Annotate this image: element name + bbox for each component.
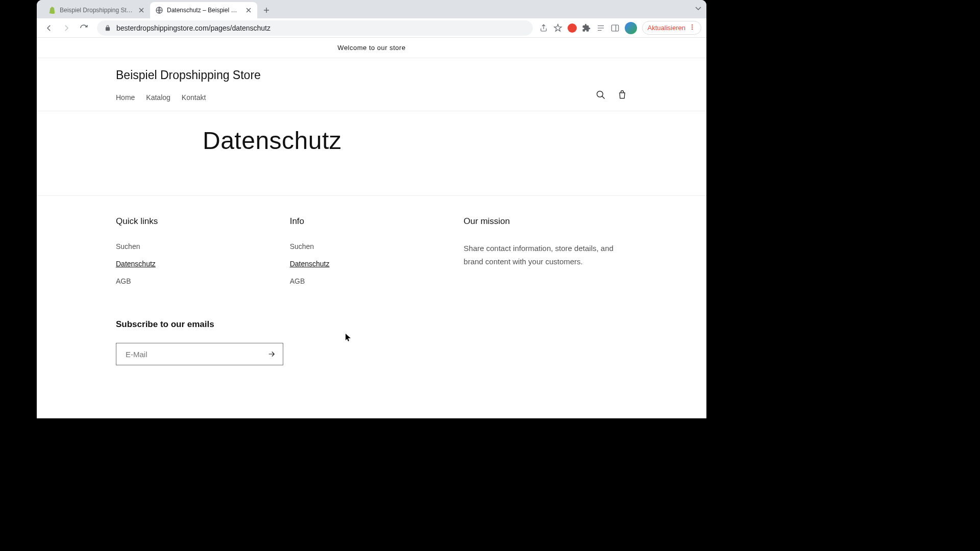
shopify-favicon-icon xyxy=(48,6,56,14)
close-icon[interactable] xyxy=(245,7,252,14)
forward-button[interactable] xyxy=(59,21,74,35)
profile-avatar[interactable] xyxy=(625,22,637,34)
extension-red-icon[interactable] xyxy=(568,23,577,33)
search-icon[interactable] xyxy=(596,90,606,100)
email-form xyxy=(116,343,283,365)
close-icon[interactable] xyxy=(138,7,145,14)
browser-window: Beispiel Dropshipping Store · F Datensch… xyxy=(37,0,706,418)
footer-col-quicklinks: Quick links Suchen Datenschutz AGB xyxy=(116,216,280,294)
back-button[interactable] xyxy=(42,21,56,35)
address-bar[interactable]: besterdropshippingstore.com/pages/datens… xyxy=(97,20,533,36)
update-button[interactable]: Aktualisieren xyxy=(642,21,701,35)
browser-tab-0[interactable]: Beispiel Dropshipping Store · F xyxy=(43,2,150,18)
new-tab-button[interactable] xyxy=(259,3,274,17)
svg-point-5 xyxy=(597,91,603,97)
reading-list-icon[interactable] xyxy=(596,23,605,33)
footer-link-datenschutz[interactable]: Datenschutz xyxy=(290,260,330,268)
main-content: Datenschutz xyxy=(37,111,706,195)
update-label: Aktualisieren xyxy=(648,24,685,32)
footer-heading: Info xyxy=(290,216,454,227)
bookmark-icon[interactable] xyxy=(553,23,562,33)
footer-link-suchen[interactable]: Suchen xyxy=(116,242,140,251)
announcement-text: Welcome to our store xyxy=(337,44,405,52)
scroll-area[interactable]: Welcome to our store Beispiel Dropshippi… xyxy=(37,38,706,418)
footer-link-datenschutz[interactable]: Datenschutz xyxy=(116,260,156,268)
chevron-down-icon[interactable] xyxy=(694,4,702,12)
site-header: Beispiel Dropshipping Store Home Katalog… xyxy=(37,58,706,111)
svg-point-3 xyxy=(692,27,693,28)
header-icons xyxy=(596,90,627,100)
share-icon[interactable] xyxy=(539,23,548,33)
lock-icon xyxy=(104,24,111,32)
subscribe-section: Subscribe to our emails xyxy=(37,319,706,396)
footer-links: Suchen Datenschutz AGB xyxy=(290,242,454,286)
footer-col-mission: Our mission Share contact information, s… xyxy=(463,216,627,294)
toolbar-right: Aktualisieren xyxy=(539,21,701,35)
globe-favicon-icon xyxy=(155,6,163,14)
tab-title: Beispiel Dropshipping Store · F xyxy=(60,7,134,14)
site-footer: Quick links Suchen Datenschutz AGB Info … xyxy=(37,195,706,319)
announcement-bar: Welcome to our store xyxy=(37,38,706,58)
store-logo[interactable]: Beispiel Dropshipping Store xyxy=(116,68,627,82)
menu-dots-icon xyxy=(689,23,696,32)
main-nav: Home Katalog Kontakt xyxy=(116,93,627,111)
email-input[interactable] xyxy=(116,343,260,365)
mission-text: Share contact information, store details… xyxy=(463,242,627,268)
page-content: Welcome to our store Beispiel Dropshippi… xyxy=(37,38,706,418)
footer-col-info: Info Suchen Datenschutz AGB xyxy=(290,216,454,294)
browser-toolbar: besterdropshippingstore.com/pages/datens… xyxy=(37,18,706,38)
footer-link-agb[interactable]: AGB xyxy=(116,277,131,285)
side-panel-icon[interactable] xyxy=(610,23,620,33)
nav-link-katalog[interactable]: Katalog xyxy=(146,93,170,102)
browser-tab-1[interactable]: Datenschutz – Beispiel Dropsh xyxy=(150,2,257,18)
url-text: besterdropshippingstore.com/pages/datens… xyxy=(116,24,271,32)
page-title: Datenschutz xyxy=(203,127,627,155)
extensions-icon[interactable] xyxy=(582,23,591,33)
footer-heading: Quick links xyxy=(116,216,280,227)
footer-link-suchen[interactable]: Suchen xyxy=(290,242,314,251)
tab-title: Datenschutz – Beispiel Dropsh xyxy=(167,7,241,14)
email-submit-button[interactable] xyxy=(260,343,283,365)
svg-point-4 xyxy=(692,29,693,30)
nav-link-home[interactable]: Home xyxy=(116,93,135,102)
svg-rect-1 xyxy=(611,25,619,31)
cart-icon[interactable] xyxy=(617,90,627,100)
window-controls xyxy=(694,4,702,12)
reload-button[interactable] xyxy=(77,21,91,35)
tab-bar: Beispiel Dropshipping Store · F Datensch… xyxy=(37,0,706,18)
nav-link-kontakt[interactable]: Kontakt xyxy=(182,93,206,102)
svg-point-2 xyxy=(692,24,693,26)
footer-heading: Our mission xyxy=(463,216,627,227)
footer-links: Suchen Datenschutz AGB xyxy=(116,242,280,286)
footer-link-agb[interactable]: AGB xyxy=(290,277,305,285)
subscribe-heading: Subscribe to our emails xyxy=(116,319,627,330)
